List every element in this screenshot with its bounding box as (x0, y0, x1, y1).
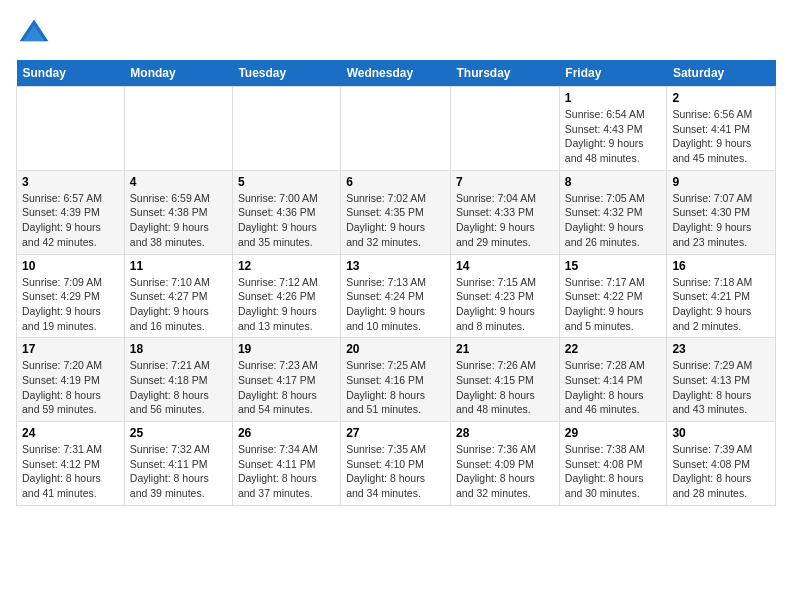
day-info: Sunrise: 7:23 AM Sunset: 4:17 PM Dayligh… (238, 358, 335, 417)
day-number: 28 (456, 426, 554, 440)
calendar-cell: 3Sunrise: 6:57 AM Sunset: 4:39 PM Daylig… (17, 170, 125, 254)
day-info: Sunrise: 7:04 AM Sunset: 4:33 PM Dayligh… (456, 191, 554, 250)
calendar-cell: 27Sunrise: 7:35 AM Sunset: 4:10 PM Dayli… (341, 422, 451, 506)
calendar-week-row: 24Sunrise: 7:31 AM Sunset: 4:12 PM Dayli… (17, 422, 776, 506)
calendar-cell (451, 87, 560, 171)
day-number: 30 (672, 426, 770, 440)
calendar-cell: 6Sunrise: 7:02 AM Sunset: 4:35 PM Daylig… (341, 170, 451, 254)
day-info: Sunrise: 6:54 AM Sunset: 4:43 PM Dayligh… (565, 107, 662, 166)
day-info: Sunrise: 7:29 AM Sunset: 4:13 PM Dayligh… (672, 358, 770, 417)
day-of-week-header: Saturday (667, 60, 776, 87)
logo (16, 16, 56, 52)
calendar-week-row: 3Sunrise: 6:57 AM Sunset: 4:39 PM Daylig… (17, 170, 776, 254)
day-number: 23 (672, 342, 770, 356)
calendar-cell: 12Sunrise: 7:12 AM Sunset: 4:26 PM Dayli… (232, 254, 340, 338)
calendar-cell (17, 87, 125, 171)
calendar-cell: 4Sunrise: 6:59 AM Sunset: 4:38 PM Daylig… (124, 170, 232, 254)
calendar-cell: 22Sunrise: 7:28 AM Sunset: 4:14 PM Dayli… (559, 338, 667, 422)
calendar-cell: 21Sunrise: 7:26 AM Sunset: 4:15 PM Dayli… (451, 338, 560, 422)
day-info: Sunrise: 6:59 AM Sunset: 4:38 PM Dayligh… (130, 191, 227, 250)
calendar-cell: 23Sunrise: 7:29 AM Sunset: 4:13 PM Dayli… (667, 338, 776, 422)
day-info: Sunrise: 7:31 AM Sunset: 4:12 PM Dayligh… (22, 442, 119, 501)
calendar-cell: 13Sunrise: 7:13 AM Sunset: 4:24 PM Dayli… (341, 254, 451, 338)
calendar-cell (232, 87, 340, 171)
day-number: 17 (22, 342, 119, 356)
day-info: Sunrise: 7:07 AM Sunset: 4:30 PM Dayligh… (672, 191, 770, 250)
day-number: 27 (346, 426, 445, 440)
day-number: 29 (565, 426, 662, 440)
calendar-cell: 11Sunrise: 7:10 AM Sunset: 4:27 PM Dayli… (124, 254, 232, 338)
calendar-cell: 14Sunrise: 7:15 AM Sunset: 4:23 PM Dayli… (451, 254, 560, 338)
day-info: Sunrise: 7:21 AM Sunset: 4:18 PM Dayligh… (130, 358, 227, 417)
day-number: 22 (565, 342, 662, 356)
day-info: Sunrise: 7:36 AM Sunset: 4:09 PM Dayligh… (456, 442, 554, 501)
calendar-cell: 5Sunrise: 7:00 AM Sunset: 4:36 PM Daylig… (232, 170, 340, 254)
day-number: 21 (456, 342, 554, 356)
day-number: 4 (130, 175, 227, 189)
day-number: 12 (238, 259, 335, 273)
day-info: Sunrise: 7:28 AM Sunset: 4:14 PM Dayligh… (565, 358, 662, 417)
calendar-cell: 28Sunrise: 7:36 AM Sunset: 4:09 PM Dayli… (451, 422, 560, 506)
logo-icon (16, 16, 52, 52)
day-info: Sunrise: 7:34 AM Sunset: 4:11 PM Dayligh… (238, 442, 335, 501)
day-info: Sunrise: 7:17 AM Sunset: 4:22 PM Dayligh… (565, 275, 662, 334)
day-of-week-header: Tuesday (232, 60, 340, 87)
day-info: Sunrise: 7:38 AM Sunset: 4:08 PM Dayligh… (565, 442, 662, 501)
calendar-cell: 7Sunrise: 7:04 AM Sunset: 4:33 PM Daylig… (451, 170, 560, 254)
day-of-week-header: Friday (559, 60, 667, 87)
day-info: Sunrise: 7:00 AM Sunset: 4:36 PM Dayligh… (238, 191, 335, 250)
day-number: 20 (346, 342, 445, 356)
calendar-cell: 29Sunrise: 7:38 AM Sunset: 4:08 PM Dayli… (559, 422, 667, 506)
calendar-cell: 20Sunrise: 7:25 AM Sunset: 4:16 PM Dayli… (341, 338, 451, 422)
calendar-cell: 2Sunrise: 6:56 AM Sunset: 4:41 PM Daylig… (667, 87, 776, 171)
calendar-cell: 10Sunrise: 7:09 AM Sunset: 4:29 PM Dayli… (17, 254, 125, 338)
calendar-cell: 30Sunrise: 7:39 AM Sunset: 4:08 PM Dayli… (667, 422, 776, 506)
calendar-week-row: 1Sunrise: 6:54 AM Sunset: 4:43 PM Daylig… (17, 87, 776, 171)
day-number: 3 (22, 175, 119, 189)
day-info: Sunrise: 6:57 AM Sunset: 4:39 PM Dayligh… (22, 191, 119, 250)
header (16, 16, 776, 52)
day-of-week-header: Wednesday (341, 60, 451, 87)
day-info: Sunrise: 7:09 AM Sunset: 4:29 PM Dayligh… (22, 275, 119, 334)
day-number: 1 (565, 91, 662, 105)
day-number: 13 (346, 259, 445, 273)
day-number: 9 (672, 175, 770, 189)
day-info: Sunrise: 7:02 AM Sunset: 4:35 PM Dayligh… (346, 191, 445, 250)
day-number: 11 (130, 259, 227, 273)
day-number: 19 (238, 342, 335, 356)
day-info: Sunrise: 7:25 AM Sunset: 4:16 PM Dayligh… (346, 358, 445, 417)
day-of-week-header: Sunday (17, 60, 125, 87)
day-number: 8 (565, 175, 662, 189)
calendar-header-row: SundayMondayTuesdayWednesdayThursdayFrid… (17, 60, 776, 87)
day-info: Sunrise: 7:12 AM Sunset: 4:26 PM Dayligh… (238, 275, 335, 334)
day-of-week-header: Monday (124, 60, 232, 87)
calendar-cell: 9Sunrise: 7:07 AM Sunset: 4:30 PM Daylig… (667, 170, 776, 254)
day-number: 16 (672, 259, 770, 273)
day-number: 18 (130, 342, 227, 356)
calendar-cell: 16Sunrise: 7:18 AM Sunset: 4:21 PM Dayli… (667, 254, 776, 338)
day-number: 2 (672, 91, 770, 105)
day-info: Sunrise: 7:35 AM Sunset: 4:10 PM Dayligh… (346, 442, 445, 501)
calendar-body: 1Sunrise: 6:54 AM Sunset: 4:43 PM Daylig… (17, 87, 776, 506)
calendar-cell (124, 87, 232, 171)
calendar-cell: 24Sunrise: 7:31 AM Sunset: 4:12 PM Dayli… (17, 422, 125, 506)
day-info: Sunrise: 7:05 AM Sunset: 4:32 PM Dayligh… (565, 191, 662, 250)
day-number: 6 (346, 175, 445, 189)
day-info: Sunrise: 6:56 AM Sunset: 4:41 PM Dayligh… (672, 107, 770, 166)
day-info: Sunrise: 7:18 AM Sunset: 4:21 PM Dayligh… (672, 275, 770, 334)
calendar-cell (341, 87, 451, 171)
calendar-cell: 17Sunrise: 7:20 AM Sunset: 4:19 PM Dayli… (17, 338, 125, 422)
day-info: Sunrise: 7:20 AM Sunset: 4:19 PM Dayligh… (22, 358, 119, 417)
day-number: 24 (22, 426, 119, 440)
day-number: 5 (238, 175, 335, 189)
calendar-week-row: 17Sunrise: 7:20 AM Sunset: 4:19 PM Dayli… (17, 338, 776, 422)
calendar-cell: 26Sunrise: 7:34 AM Sunset: 4:11 PM Dayli… (232, 422, 340, 506)
calendar-cell: 18Sunrise: 7:21 AM Sunset: 4:18 PM Dayli… (124, 338, 232, 422)
calendar-cell: 25Sunrise: 7:32 AM Sunset: 4:11 PM Dayli… (124, 422, 232, 506)
calendar-week-row: 10Sunrise: 7:09 AM Sunset: 4:29 PM Dayli… (17, 254, 776, 338)
day-info: Sunrise: 7:32 AM Sunset: 4:11 PM Dayligh… (130, 442, 227, 501)
day-info: Sunrise: 7:15 AM Sunset: 4:23 PM Dayligh… (456, 275, 554, 334)
day-number: 26 (238, 426, 335, 440)
calendar-cell: 1Sunrise: 6:54 AM Sunset: 4:43 PM Daylig… (559, 87, 667, 171)
day-number: 10 (22, 259, 119, 273)
